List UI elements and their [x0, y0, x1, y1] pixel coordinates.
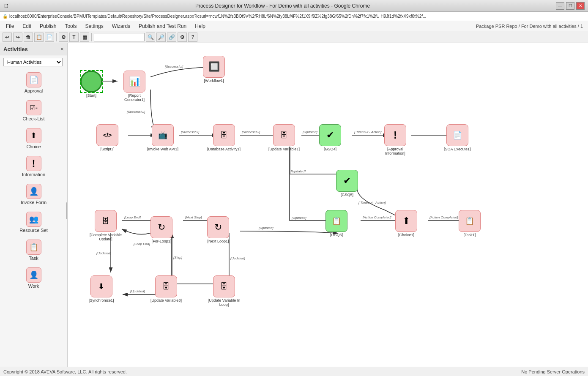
synchronize1-label: [Synchronize1]	[89, 298, 114, 302]
approval-label: Approval	[25, 88, 43, 93]
svg-text:[ Timeout - Action]: [ Timeout - Action]	[358, 201, 386, 204]
approval-info-label: [Approval Information]	[378, 147, 412, 155]
soa-execute-box: 📄	[446, 124, 468, 146]
node-update-var-in-loop[interactable]: 🗄 [Update Variable In Loop]	[207, 275, 241, 307]
sidebar: Activities × Human Activities System Act…	[0, 43, 68, 376]
svg-text:[Updated]: [Updated]	[302, 130, 317, 134]
search-button[interactable]: 🔍	[146, 33, 155, 42]
menu-help[interactable]: Help	[191, 22, 210, 30]
choice-label: Choice	[26, 144, 41, 149]
node-invoke-web-api[interactable]: 📺 [Invoke Web API1]	[147, 124, 178, 151]
sidebar-item-approval[interactable]: 📄 Approval	[0, 69, 67, 97]
sidebar-item-task[interactable]: 📋 Task	[0, 236, 67, 264]
node-report-gen[interactable]: 📊 [Report Generator1]	[118, 71, 151, 102]
undo-button[interactable]: ↩	[3, 33, 12, 42]
menu-edit[interactable]: Edit	[18, 22, 36, 30]
close-button[interactable]: ✕	[576, 2, 585, 10]
separator-1	[56, 33, 57, 41]
selection-indicator	[80, 70, 103, 93]
update-var1-label: [Update Variable1]	[268, 147, 300, 151]
help-button[interactable]: ?	[188, 33, 197, 42]
invoke-web-api-box: 📺	[152, 124, 174, 146]
svg-text:[Successful]: [Successful]	[126, 110, 145, 114]
node-update-var3[interactable]: 🗄 [Update Variable3]	[150, 275, 182, 302]
gsq5-box: ✔	[336, 170, 358, 192]
menu-settings[interactable]: Settings	[81, 22, 107, 30]
config-button[interactable]: ⚙	[178, 33, 187, 42]
svg-text:[Next Step]: [Next Step]	[185, 215, 202, 219]
update-var3-label: [Update Variable3]	[150, 298, 182, 302]
node-task1[interactable]: 📋 [Task1]	[459, 210, 481, 237]
minimize-button[interactable]: —	[556, 2, 564, 10]
start-label: [Start]	[86, 93, 96, 98]
settings-button[interactable]: ⚙	[59, 33, 68, 42]
node-script1[interactable]: </> [Script1]	[96, 124, 118, 151]
sidebar-item-work[interactable]: 👤 Work	[0, 264, 67, 292]
gsq6-box: 📋	[325, 210, 347, 232]
sidebar-item-choice[interactable]: ⬆ Choice	[0, 125, 67, 153]
copy-button[interactable]: 📋	[34, 33, 44, 42]
node-synchronize1[interactable]: ⬇ [Synchronize1]	[89, 275, 114, 302]
choice1-box: ⬆	[395, 210, 417, 232]
script1-label: [Script1]	[100, 147, 114, 151]
invoke-web-api-label: [Invoke Web API1]	[147, 147, 178, 151]
grid-button[interactable]: ▦	[80, 33, 89, 42]
svg-text:[Action Completed]: [Action Completed]	[429, 215, 458, 219]
task-icon: 📋	[26, 240, 41, 255]
node-next-loop1[interactable]: ↻ [Next Loop1]	[207, 216, 229, 243]
db-activity-box: 🗄	[213, 124, 235, 146]
node-workflow1[interactable]: 🔲 [Workflow1]	[203, 56, 225, 83]
title-bar: 🗋 Process Designer for Workflow - For De…	[0, 0, 588, 12]
approval-icon: 📄	[26, 72, 41, 87]
sidebar-item-invoke-form[interactable]: 👤 Invoke Form	[0, 180, 67, 208]
next-loop1-box: ↻	[207, 216, 229, 238]
task1-box: 📋	[459, 210, 481, 232]
maximize-button[interactable]: ☐	[566, 2, 574, 10]
svg-text:[Successful]: [Successful]	[164, 65, 183, 68]
node-update-var1[interactable]: 🗄 [Update Variable1]	[268, 124, 300, 151]
svg-text:[Loop End]: [Loop End]	[124, 215, 141, 219]
zoom-button[interactable]: 🔎	[156, 33, 166, 42]
node-approval-info[interactable]: ! [Approval Information]	[378, 124, 412, 155]
menu-publish[interactable]: Publish	[36, 22, 60, 30]
lock-icon: 🔒	[3, 14, 8, 19]
next-loop1-label: [Next Loop1]	[207, 239, 229, 243]
workflow1-label: [Workflow1]	[204, 79, 224, 83]
checklist-label: Check-List	[23, 116, 45, 121]
node-gsq4[interactable]: ✔ [GSQ4]	[319, 124, 341, 151]
node-choice1[interactable]: ⬆ [Choice1]	[395, 210, 417, 237]
doc-icon: 🗋	[3, 3, 9, 9]
svg-text:[Step]: [Step]	[173, 256, 183, 259]
sidebar-item-resource-set[interactable]: 👥 Resource Set	[0, 208, 67, 236]
menu-file[interactable]: File	[2, 22, 18, 30]
search-input[interactable]	[94, 33, 145, 41]
node-soa-execute[interactable]: 📄 [SOA Execute1]	[444, 124, 471, 151]
menu-wizards[interactable]: Wizards	[108, 22, 134, 30]
main-layout: Activities × Human Activities System Act…	[0, 43, 588, 376]
delete-button[interactable]: 🗑	[24, 33, 33, 42]
svg-text:[Updated]: [Updated]	[130, 289, 145, 293]
node-gsq5[interactable]: ✔ [GSQ5]	[336, 170, 358, 197]
menu-tools[interactable]: Tools	[60, 22, 81, 30]
link-button[interactable]: 🔗	[167, 33, 176, 42]
node-start[interactable]: [Start]	[80, 71, 102, 98]
update-var3-box: 🗄	[155, 275, 177, 297]
text-button[interactable]: T	[69, 33, 79, 42]
sidebar-item-information[interactable]: ! Information	[0, 153, 67, 180]
gsq4-box: ✔	[319, 124, 341, 146]
node-for-loop1[interactable]: ↻ [For-Loop1]	[150, 216, 172, 243]
toolbar: ↩ ↪ 🗑 📋 📄 ⚙ T ▦ 🔍 🔎 🔗 ⚙ ?	[0, 31, 588, 43]
node-gsq6[interactable]: 📋 [GSQ6]	[325, 210, 347, 237]
svg-text:[Action Completed]: [Action Completed]	[362, 215, 391, 219]
node-db-activity[interactable]: 🗄 [Database Activity1]	[207, 124, 241, 151]
soa-execute-label: [SOA Execute1]	[444, 147, 471, 151]
sidebar-close-button[interactable]: ×	[60, 46, 64, 52]
redo-button[interactable]: ↪	[13, 33, 22, 42]
node-complete-var-update[interactable]: 🗄 [Complete Variable Update]	[89, 210, 123, 241]
menu-publish-test[interactable]: Publish and Test Run	[134, 22, 191, 30]
gsq4-label: [GSQ4]	[324, 147, 336, 151]
activity-type-dropdown[interactable]: Human Activities System Activities Integ…	[3, 58, 63, 66]
sidebar-item-checklist[interactable]: ☑≡ Check-List	[0, 97, 67, 125]
paste-button[interactable]: 📄	[45, 33, 54, 42]
workflow-canvas[interactable]: [Successful] [Successful] [Successful] […	[68, 43, 588, 376]
